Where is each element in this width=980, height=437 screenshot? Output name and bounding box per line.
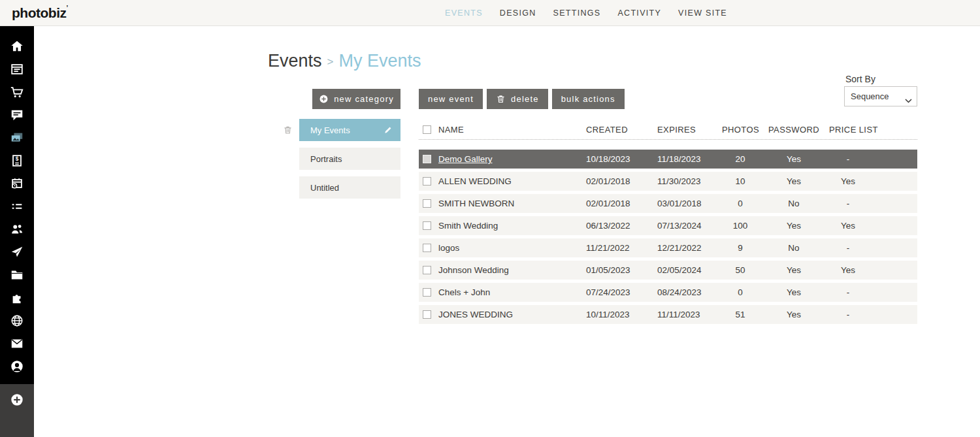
column-header-name[interactable]: NAME [438,125,586,135]
photos-icon[interactable] [10,131,24,145]
password-cell: Yes [759,310,829,319]
clients-icon[interactable] [10,222,24,236]
table-row-johnson-wedding[interactable]: Johnson Wedding01/05/202302/05/202450Yes… [419,261,917,280]
left-sidebar: $ [0,26,34,437]
send-icon[interactable] [10,245,24,259]
photos-cell: 20 [722,154,759,164]
created-cell: 02/01/2018 [586,199,657,208]
event-name-link[interactable]: JONES WEDDING [438,310,513,319]
bulk-actions-label: bulk actions [561,94,615,104]
row-checkbox[interactable] [423,155,431,163]
column-header-price-list[interactable]: PRICE LIST [829,125,867,135]
mail-icon[interactable] [10,336,24,351]
event-name-link[interactable]: Johnson Wedding [438,265,509,275]
table-row-demo-gallery[interactable]: Demo Gallery10/18/202311/18/202320Yes- [419,150,917,169]
event-name-link[interactable]: ALLEN WEDDING [438,176,512,186]
expires-cell: 02/05/2024 [657,265,722,275]
delete-button[interactable]: delete [487,89,548,109]
chat-icon[interactable] [10,108,24,122]
sort-by-select[interactable]: Sequence [844,86,917,106]
column-header-password[interactable]: PASSWORD [759,125,829,135]
category-item-untitled[interactable]: Untitled [299,176,400,199]
row-checkbox[interactable] [423,177,431,186]
event-name-link[interactable]: logos [438,243,459,253]
expires-cell: 11/30/2023 [657,176,722,186]
row-checkbox[interactable] [423,266,431,274]
folder-icon[interactable] [10,268,24,282]
table-row-smith-wedding[interactable]: Smith Wedding06/13/202207/13/2024100YesY… [419,216,917,235]
svg-text:$: $ [16,156,19,162]
photobiz-admin-page: photobiz’ EVENTSDESIGNSETTINGSACTIVITYVI… [0,0,980,437]
nav-activity[interactable]: ACTIVITY [617,8,661,18]
table-row-smith-newborn[interactable]: SMITH NEWBORN02/01/201803/01/20180No- [419,194,917,213]
breadcrumb: Events>My Events [268,51,421,71]
table-actions: new event delete bulk actions [419,89,625,109]
expires-cell: 07/13/2024 [657,221,722,231]
delete-label: delete [511,94,539,104]
category-item-portraits[interactable]: Portraits [299,148,400,170]
column-header-created[interactable]: CREATED [586,125,657,135]
photos-cell: 9 [722,243,759,253]
photobiz-logo[interactable]: photobiz’ [12,5,68,21]
created-cell: 11/21/2022 [586,243,657,253]
nav-view-site[interactable]: VIEW SITE [678,8,727,18]
price-list-cell: Yes [829,265,867,275]
row-checkbox[interactable] [423,244,431,252]
home-icon[interactable] [10,39,24,54]
account-icon[interactable] [10,359,24,374]
password-cell: Yes [759,176,829,186]
nav-settings[interactable]: SETTINGS [553,8,601,18]
table-row-allen-wedding[interactable]: ALLEN WEDDING02/01/201811/30/202310YesYe… [419,172,917,191]
row-checkbox[interactable] [423,199,431,208]
new-category-label: new category [334,94,394,104]
list-icon[interactable] [10,199,24,214]
table-body: Demo Gallery10/18/202311/18/202320Yes-AL… [419,150,917,324]
event-name-link[interactable]: Demo Gallery [438,154,493,164]
event-name-link[interactable]: Chels + John [438,287,490,297]
new-category-button[interactable]: new category [312,89,400,109]
select-all-checkbox[interactable] [423,125,431,134]
bulk-actions-button[interactable]: bulk actions [552,89,625,109]
created-cell: 06/13/2022 [586,221,657,231]
password-cell: Yes [759,265,829,275]
table-row-chels-john[interactable]: Chels + John07/24/202308/24/20230Yes- [419,283,917,302]
scheduler-icon[interactable] [10,176,24,191]
created-cell: 10/11/2023 [586,310,657,319]
globe-icon[interactable] [10,314,24,328]
sort-by-label: Sort By [845,74,875,84]
edit-pencil-icon[interactable] [384,125,393,135]
event-name-link[interactable]: Smith Wedding [438,221,498,231]
expires-cell: 11/11/2023 [657,310,722,319]
row-checkbox[interactable] [423,221,431,230]
row-checkbox[interactable] [423,310,431,319]
event-name-cell: Johnson Wedding [438,265,586,275]
delete-category-icon[interactable] [283,125,293,135]
sidebar-icon-list: $ [0,26,34,374]
add-icon[interactable] [10,393,24,407]
expires-cell: 12/21/2022 [657,243,722,253]
category-item-my-events[interactable]: My Events [299,119,400,141]
table-row-logos[interactable]: logos11/21/202212/21/20229No- [419,238,917,257]
column-header-expires[interactable]: EXPIRES [657,125,722,135]
event-name-link[interactable]: SMITH NEWBORN [438,199,514,208]
table-row-jones-wedding[interactable]: JONES WEDDING10/11/202311/11/202351Yes- [419,305,917,324]
integrations-icon[interactable] [10,291,24,305]
nav-design[interactable]: DESIGN [500,8,536,18]
price-list-icon[interactable]: $ [10,154,24,168]
photos-cell: 0 [722,287,759,297]
expires-cell: 03/01/2018 [657,199,722,208]
category-label: My Events [310,125,384,135]
created-cell: 07/24/2023 [586,287,657,297]
pages-icon[interactable] [10,62,24,76]
event-name-cell: Chels + John [438,287,586,297]
nav-events[interactable]: EVENTS [445,8,483,18]
price-list-cell: - [829,287,867,297]
column-header-photos[interactable]: PHOTOS [722,125,759,135]
cart-icon[interactable] [10,85,24,99]
photos-cell: 100 [722,221,759,231]
breadcrumb-root[interactable]: Events [268,51,322,71]
row-checkbox[interactable] [423,288,431,297]
table-header-row: NAME CREATED EXPIRES PHOTOS PASSWORD PRI… [419,120,917,140]
new-event-button[interactable]: new event [419,89,483,109]
sidebar-bottom-strip [0,384,34,437]
